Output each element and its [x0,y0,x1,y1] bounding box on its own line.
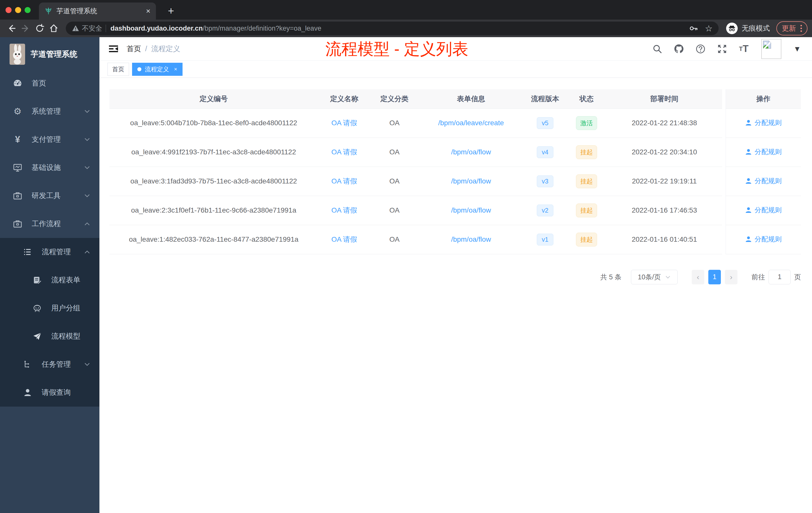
breadcrumb-home[interactable]: 首页 [126,44,141,54]
avatar-caret-icon[interactable]: ▼ [793,45,801,53]
sidebar-item-label: 基础设施 [32,163,61,173]
sidebar-item-process-form[interactable]: 流程表单 [0,266,99,294]
definition-table: 定义编号 定义名称 定义分类 表单信息 流程版本 状态 部署时间 操作 [110,89,801,254]
chevron-up-icon [84,221,90,227]
definition-name-link[interactable]: OA 请假 [331,148,357,156]
column-header: 定义名称 [318,89,371,109]
new-tab-button[interactable]: + [165,4,177,18]
page-size-select[interactable]: 10条/页 [631,270,678,284]
actions-cell: 分配规则 [726,138,801,167]
forward-button[interactable] [19,21,33,35]
bookmark-star-icon[interactable]: ☆ [705,23,713,33]
people-icon [32,304,43,313]
tag-process-definition[interactable]: 流程定义 × [132,63,182,76]
org-tree-icon [22,360,33,369]
sidebar-item-process-model[interactable]: 流程模型 [0,322,99,350]
sidebar-item-process-management[interactable]: 流程管理 [0,238,99,266]
definition-category-cell: OA [371,196,418,225]
definition-name-cell: OA 请假 [318,167,371,196]
back-button[interactable] [4,21,19,35]
definition-id-cell: oa_leave:5:004b710b-7b8a-11ec-8ef0-acde4… [110,109,318,138]
sidebar-item-workflow[interactable]: 工作流程 [0,210,99,238]
column-header: 定义编号 [110,89,318,109]
breadcrumb: 首页 / 流程定义 [126,44,180,54]
url-host: dashboard.yudao.iocoder.cn [111,25,203,32]
sidebar-item-task-management[interactable]: 任务管理 [0,350,99,379]
home-button[interactable] [47,21,61,35]
sidebar-brand[interactable]: 芋道管理系统 [0,37,99,69]
definition-category-cell: OA [371,109,418,138]
assign-rule-button[interactable]: 分配规则 [745,176,782,185]
assign-rule-button[interactable]: 分配规则 [745,235,782,244]
tab-close-icon[interactable]: × [146,7,150,15]
main-panel: 首页 / 流程定义 流程模型 - 定义列表 [99,37,812,513]
form-info-link[interactable]: /bpm/oa/flow [451,206,491,214]
zoom-window-button[interactable] [25,7,31,13]
sidebar-item-label: 流程管理 [42,247,71,257]
table-row: oa_leave:5:004b710b-7b8a-11ec-8ef0-acde4… [110,109,801,138]
form-info-cell: /bpm/oa/flow [418,196,524,225]
search-icon[interactable] [651,42,664,56]
status-cell: 挂起 [567,138,607,167]
form-info-link[interactable]: /bpm/oa/flow [451,235,491,243]
user-icon [745,148,752,155]
assign-rule-button[interactable]: 分配规则 [745,147,782,156]
url-text[interactable]: dashboard.yudao.iocoder.cn/bpm/manager/d… [111,25,689,32]
definition-name-link[interactable]: OA 请假 [331,119,357,127]
table-header-row: 定义编号 定义名称 定义分类 表单信息 流程版本 状态 部署时间 操作 [110,89,801,109]
browser-menu-icon[interactable] [801,25,802,32]
security-label[interactable]: 不安全 [82,24,102,33]
definition-name-link[interactable]: OA 请假 [331,235,357,243]
definition-id-cell: oa_leave:3:1fad3d93-7b75-11ec-a3c8-acde4… [110,167,318,196]
tag-home[interactable]: 首页 [108,63,129,76]
font-size-icon[interactable]: TT [737,42,750,56]
sidebar-item-infrastructure[interactable]: 基础设施 [0,154,99,182]
avatar[interactable] [761,39,781,59]
definition-name-link[interactable]: OA 请假 [331,177,357,185]
fullscreen-icon[interactable] [716,42,729,56]
github-icon[interactable] [672,42,686,56]
prev-page-button[interactable]: ‹ [692,270,704,284]
sidebar-item-label: 首页 [32,78,46,88]
goto-page-input[interactable] [768,270,791,284]
incognito-label: 无痕模式 [742,24,770,33]
user-icon [745,207,752,214]
address-bar[interactable]: 不安全 dashboard.yudao.iocoder.cn/bpm/manag… [66,22,719,35]
page-number-1[interactable]: 1 [708,270,721,284]
sidebar-item-user-group[interactable]: 用户分组 [0,294,99,322]
sidebar-collapse-icon[interactable] [108,43,119,55]
sidebar-item-label: 研发工具 [32,191,61,201]
table-body: oa_leave:5:004b710b-7b8a-11ec-8ef0-acde4… [110,109,801,254]
assign-rule-button[interactable]: 分配规则 [745,118,782,127]
tag-close-icon[interactable]: × [174,66,177,72]
definition-name-link[interactable]: OA 请假 [331,206,357,214]
deploy-time-cell: 2022-01-16 17:46:53 [607,196,722,225]
assign-rule-button[interactable]: 分配规则 [745,206,782,215]
next-page-button[interactable]: › [725,270,737,284]
update-button[interactable]: 更新 [776,21,808,35]
browser-tab[interactable]: 芋道管理系统 × [39,2,156,20]
close-window-button[interactable] [5,7,11,13]
goto-prefix: 前往 [752,273,765,281]
passwords-key-icon[interactable] [689,24,698,33]
sidebar-item-home[interactable]: 首页 [0,69,99,97]
security-warning-icon[interactable] [72,25,79,32]
brand-logo-image [9,44,25,65]
form-info-link[interactable]: /bpm/oa/flow [451,148,491,156]
reload-button[interactable] [33,21,47,35]
favicon-plant-icon [45,7,53,15]
sidebar-item-devtools[interactable]: 研发工具 [0,182,99,210]
help-icon[interactable] [694,42,707,56]
minimize-window-button[interactable] [15,7,21,13]
sidebar-item-label: 用户分组 [51,303,80,313]
window-controls[interactable] [5,7,31,13]
column-header: 表单信息 [418,89,524,109]
form-info-link[interactable]: /bpm/oa/leave/create [438,119,504,127]
sidebar-item-payment[interactable]: ¥ 支付管理 [0,125,99,154]
sidebar-item-system[interactable]: ⚙ 系统管理 [0,97,99,125]
sidebar-item-leave-query[interactable]: 请假查询 [0,379,99,406]
tags-view: 首页 流程定义 × [99,61,812,78]
navbar: 首页 / 流程定义 流程模型 - 定义列表 [99,37,812,61]
definition-name-cell: OA 请假 [318,196,371,225]
form-info-link[interactable]: /bpm/oa/flow [451,177,491,185]
